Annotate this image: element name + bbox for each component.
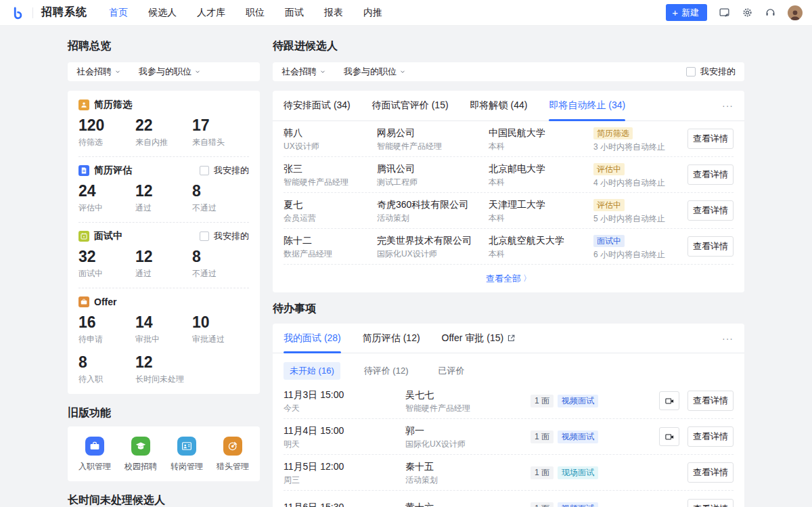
more-icon[interactable]: ··· [722, 101, 734, 110]
video-camera-button[interactable] [659, 391, 679, 410]
followup-tabs: 待安排面试 (34) 待面试官评价 (15) 即将解锁 (44) 即将自动终止 … [273, 91, 744, 121]
interviewee-position: 智能硬件产品经理 [405, 403, 531, 413]
tab-auto-terminate[interactable]: 即将自动终止 (34) [549, 91, 625, 120]
interviewee-position: 国际化UX设计师 [405, 439, 531, 449]
view-detail-button[interactable]: 查看详情 [687, 129, 734, 149]
candidate-company: 腾讯公司 [377, 163, 489, 174]
app-logo-icon[interactable] [9, 5, 26, 21]
stage-name: 面试中 [94, 230, 122, 242]
external-link-icon [507, 334, 516, 343]
candidate-name: 韩八 [284, 127, 377, 138]
chevron-down-icon [194, 68, 201, 75]
overview-filter-bar: 社会招聘 我参与的职位 [68, 62, 260, 81]
interview-datetime: 11月4日 15:00 [284, 425, 405, 436]
stage-stats: 120待筛选 22来自内推 17来自猎头 [78, 117, 249, 148]
interview-datetime: 11月5日 12:00 [284, 461, 405, 472]
view-detail-button[interactable]: 查看详情 [687, 462, 734, 483]
chevron-right-icon: 〉 [523, 273, 531, 284]
stat-label: 来自内推 [135, 137, 192, 148]
nav-item-reports[interactable]: 报表 [324, 7, 343, 19]
nav-item-jobs[interactable]: 职位 [246, 7, 265, 19]
view-detail-button[interactable]: 查看详情 [687, 426, 734, 447]
stat-value: 8 [192, 183, 249, 200]
briefcase-icon [85, 437, 104, 456]
workbench-icon[interactable] [719, 7, 730, 18]
calendar-icon [78, 231, 89, 242]
my-arranged-checkbox[interactable]: 我安排的 [200, 230, 249, 242]
checkbox [200, 232, 209, 241]
my-jobs-dropdown[interactable]: 我参与的职位 [344, 66, 406, 78]
stage-resume-filter: 简历筛选 120待筛选 22来自内推 17来自猎头 [78, 91, 249, 157]
page-body: 招聘总览 社会招聘 我参与的职位 简历筛选 12 [0, 26, 812, 507]
stat-value: 17 [192, 117, 249, 134]
interview-day: 明天 [284, 439, 405, 449]
tab-await-feedback[interactable]: 待面试官评价 (15) [372, 91, 449, 120]
view-all-link[interactable]: 查看全部 〉 [486, 273, 531, 285]
nav-item-home[interactable]: 首页 [109, 7, 128, 19]
followup-title: 待跟进候选人 [273, 41, 744, 51]
subtab-reviewed[interactable]: 已评价 [432, 362, 470, 380]
legacy-item-campus[interactable]: 校园招聘 [125, 437, 157, 472]
nav-item-candidates[interactable]: 候选人 [148, 7, 177, 19]
view-detail-button[interactable]: 查看详情 [687, 200, 734, 221]
user-avatar[interactable] [788, 5, 803, 20]
subtab-not-started[interactable]: 未开始 (16) [284, 362, 340, 380]
nav-item-referrals[interactable]: 内推 [363, 7, 382, 19]
my-jobs-dropdown[interactable]: 我参与的职位 [139, 66, 201, 78]
recruit-type-dropdown[interactable]: 社会招聘 [281, 66, 326, 78]
stat-value: 8 [192, 248, 249, 265]
countdown-text: 3 小时内将自动终止 [593, 142, 687, 152]
checkbox [686, 67, 696, 76]
stat-label: 待申请 [78, 334, 135, 345]
more-icon[interactable]: ··· [722, 334, 734, 343]
status-badge: 简历筛选 [593, 127, 633, 139]
recruit-type-dropdown[interactable]: 社会招聘 [76, 66, 121, 78]
id-card-icon [177, 437, 196, 456]
target-icon [223, 437, 242, 456]
candidate-company: 奇虎360科技有限公司 [377, 199, 489, 210]
tab-offer-approval[interactable]: Offer 审批 (15) [442, 324, 516, 353]
legacy-item-onboarding[interactable]: 入职管理 [78, 437, 111, 472]
new-button[interactable]: + 新建 [666, 4, 707, 21]
view-detail-button[interactable]: 查看详情 [687, 164, 734, 185]
stat-label: 审批中 [135, 334, 192, 345]
stage-name: Offer [94, 296, 116, 307]
stat-value: 8 [78, 354, 135, 371]
headset-support-icon[interactable] [765, 7, 776, 18]
video-camera-button[interactable] [659, 427, 679, 446]
interview-row: 11月3日 15:00今天 吴七七智能硬件产品经理 1 面视频面试 查看详情 [284, 383, 734, 419]
stat-value: 12 [135, 354, 192, 371]
overview-title: 招聘总览 [68, 41, 260, 51]
candidate-row: 陈十二数据产品经理 完美世界技术有限公司国际化UX设计师 北京航空航天大学本科 … [284, 229, 734, 265]
round-badge: 1 面 [531, 466, 554, 479]
view-detail-button[interactable]: 查看详情 [687, 391, 734, 411]
stat-value: 120 [78, 117, 135, 134]
stat-label: 来自猎头 [192, 137, 249, 148]
view-detail-button[interactable]: 查看详情 [687, 499, 734, 507]
candidate-company-role: 智能硬件产品经理 [377, 141, 489, 151]
settings-gear-icon[interactable] [742, 7, 753, 18]
candidate-degree: 本科 [489, 249, 593, 259]
tab-to-schedule[interactable]: 待安排面试 (34) [284, 91, 351, 120]
stage-stats: 32面试中 12通过 8不通过 [78, 248, 249, 280]
legacy-item-transfer[interactable]: 转岗管理 [171, 437, 203, 472]
view-detail-button[interactable]: 查看详情 [687, 236, 734, 257]
interview-row: 11月5日 12:00周三 秦十五活动策划 1 面现场面试 查看详情 [284, 455, 734, 491]
stat-label: 通过 [135, 202, 192, 214]
legacy-item-headhunter[interactable]: 猎头管理 [217, 437, 249, 472]
candidate-row: 韩八UX设计师 网易公司智能硬件产品经理 中国民航大学本科 简历筛选3 小时内将… [284, 121, 734, 157]
candidate-row: 夏七会员运营 奇虎360科技有限公司活动策划 天津理工大学本科 评估中5 小时内… [284, 193, 734, 229]
my-arranged-checkbox[interactable]: 我安排的 [200, 164, 249, 177]
tab-resume-evaluate[interactable]: 简历评估 (12) [363, 324, 420, 353]
tab-unlock-soon[interactable]: 即将解锁 (44) [470, 91, 528, 120]
my-arranged-checkbox[interactable]: 我安排的 [686, 66, 736, 78]
tab-my-interviews[interactable]: 我的面试 (28) [284, 324, 341, 353]
legacy-card: 入职管理 校园招聘 转岗管理 猎头管理 [68, 426, 260, 481]
stage-offer: Offer 16待申请 14审批中 10审批通过 8待入职 12长时间未处理 [78, 288, 249, 393]
nav-item-talent-pool[interactable]: 人才库 [197, 7, 225, 19]
candidate-company-role: 国际化UX设计师 [377, 249, 489, 259]
nav-item-interviews[interactable]: 面试 [285, 7, 304, 19]
subtab-pending-review[interactable]: 待评价 (12) [358, 362, 415, 380]
candidate-company: 网易公司 [377, 127, 489, 138]
interview-row: 11月4日 15:00明天 郭一国际化UX设计师 1 面视频面试 查看详情 [284, 419, 734, 455]
